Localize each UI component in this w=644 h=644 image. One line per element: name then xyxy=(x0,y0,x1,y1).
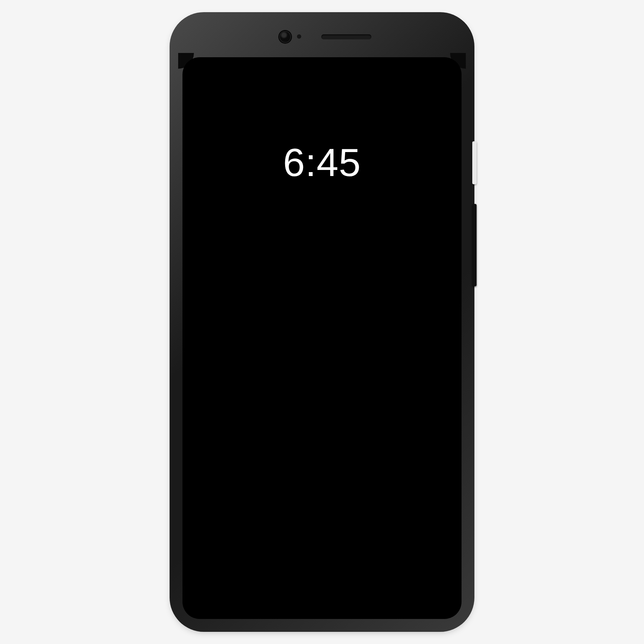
phone-frame: 6:45 xyxy=(172,14,472,630)
volume-rocker[interactable] xyxy=(472,204,477,286)
front-camera-icon xyxy=(279,31,291,43)
canvas: 6:45 xyxy=(0,0,644,644)
always-on-display[interactable]: 6:45 xyxy=(182,57,462,619)
clock-time: 6:45 xyxy=(182,140,462,185)
phone-forehead xyxy=(172,14,472,57)
earpiece-speaker-icon xyxy=(321,34,371,39)
proximity-sensor-icon xyxy=(297,34,301,39)
power-button[interactable] xyxy=(472,141,477,184)
